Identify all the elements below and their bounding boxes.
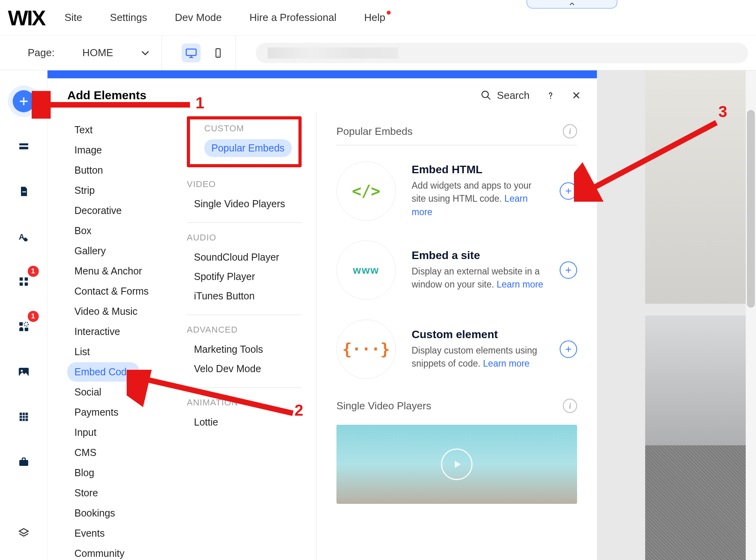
rail-cms-icon[interactable] xyxy=(13,406,35,428)
rail-section-icon[interactable] xyxy=(13,135,35,157)
section-popular-embeds-header: Popular Embeds i xyxy=(336,124,577,146)
sub-popular-embeds[interactable]: Popular Embeds xyxy=(204,139,292,157)
cat-social[interactable]: Social xyxy=(67,382,108,402)
annotation-arrow-2 xyxy=(127,370,301,421)
search-icon xyxy=(481,90,492,101)
device-switch xyxy=(174,36,236,70)
left-rail: A 1 1 xyxy=(0,70,47,560)
svg-line-21 xyxy=(139,378,293,413)
cat-image[interactable]: Image xyxy=(67,140,109,160)
sub-marketing[interactable]: Marketing Tools xyxy=(187,341,270,358)
search-label: Search xyxy=(497,89,530,102)
panel-search[interactable]: Search xyxy=(481,89,530,102)
page-toolbar: Page: HOME xyxy=(0,36,756,70)
code-icon: </> xyxy=(336,161,396,221)
nav-site[interactable]: Site xyxy=(65,11,82,24)
rail-business-icon[interactable]: 1 xyxy=(13,316,35,338)
annotation-2: 2 xyxy=(294,401,303,419)
annotation-3: 3 xyxy=(718,103,727,121)
cat-interactive[interactable]: Interactive xyxy=(67,322,127,341)
cat-box[interactable]: Box xyxy=(67,221,99,240)
cat-store[interactable]: Store xyxy=(67,483,105,503)
nav-help[interactable]: Help xyxy=(364,11,385,24)
business-badge: 1 xyxy=(28,311,39,322)
custom-element-row[interactable]: {···} Custom element Display custom elem… xyxy=(336,320,577,379)
rail-apps-icon[interactable]: 1 xyxy=(13,271,35,293)
svg-point-18 xyxy=(482,91,488,98)
group-custom-header: CUSTOM xyxy=(190,123,298,134)
desktop-view-button[interactable] xyxy=(182,44,201,62)
rail-pages-icon[interactable] xyxy=(13,180,35,202)
cat-list[interactable]: List xyxy=(67,342,97,361)
embed-html-row[interactable]: </> Embed HTML Add widgets and apps to y… xyxy=(336,161,577,221)
cat-bookings[interactable]: Bookings xyxy=(67,503,122,523)
page-select[interactable]: Page: HOME xyxy=(16,36,162,70)
cat-blog[interactable]: Blog xyxy=(67,463,101,482)
add-embed-site-button[interactable] xyxy=(560,261,577,279)
canvas-image-bottom xyxy=(645,316,756,560)
sub-single-video[interactable]: Single Video Players xyxy=(187,195,292,213)
cat-strip[interactable]: Strip xyxy=(67,181,102,200)
annotation-1: 1 xyxy=(196,94,204,112)
cat-button[interactable]: Button xyxy=(67,161,110,180)
learn-more-link[interactable]: Learn more xyxy=(497,279,543,289)
svg-point-15 xyxy=(21,370,23,372)
embed-site-row[interactable]: www Embed a site Display an external web… xyxy=(336,240,577,300)
svg-rect-4 xyxy=(19,147,28,149)
info-icon[interactable]: i xyxy=(563,399,577,413)
svg-rect-17 xyxy=(19,460,28,466)
panel-body: Text Image Button Strip Decorative Box G… xyxy=(47,112,597,560)
learn-more-link[interactable]: Learn more xyxy=(483,358,530,369)
nav-settings[interactable]: Settings xyxy=(110,11,147,24)
cat-video[interactable]: Video & Music xyxy=(67,302,144,321)
cat-decorative[interactable]: Decorative xyxy=(67,201,129,220)
panel-help-button[interactable] xyxy=(545,90,556,100)
svg-rect-8 xyxy=(25,278,28,281)
nav-hire[interactable]: Hire a Professional xyxy=(249,11,336,24)
address-blur xyxy=(268,47,398,59)
cat-input[interactable]: Input xyxy=(67,423,104,442)
svg-line-22 xyxy=(586,123,716,192)
sub-soundcloud[interactable]: SoundCloud Player xyxy=(187,248,286,266)
scrollbar[interactable] xyxy=(746,70,756,560)
svg-rect-7 xyxy=(19,278,23,281)
embed-desc: Add widgets and apps to your site using … xyxy=(412,179,544,219)
group-audio-header: AUDIO xyxy=(187,233,302,243)
embed-desc: Display an external website in a window … xyxy=(412,265,544,291)
section-title: Single Video Players xyxy=(336,400,431,412)
cat-events[interactable]: Events xyxy=(67,524,112,543)
sub-itunes[interactable]: iTunes Button xyxy=(187,287,262,305)
svg-rect-0 xyxy=(186,49,196,55)
sub-spotify[interactable]: Spotify Player xyxy=(187,268,262,286)
play-icon xyxy=(441,448,473,480)
rail-layers-icon[interactable] xyxy=(13,522,35,544)
cat-contact[interactable]: Contact & Forms xyxy=(67,282,156,301)
add-elements-panel: Add Elements Search Text Image Button xyxy=(47,78,597,560)
svg-rect-16 xyxy=(19,413,28,421)
cat-payments[interactable]: Payments xyxy=(67,403,125,422)
cat-text[interactable]: Text xyxy=(67,120,100,140)
annotation-arrow-3 xyxy=(574,115,724,202)
cat-community[interactable]: Community xyxy=(67,544,131,560)
section-title: Popular Embeds xyxy=(336,125,412,138)
cat-cms[interactable]: CMS xyxy=(67,443,104,462)
add-custom-element-button[interactable] xyxy=(560,341,577,358)
cat-menu[interactable]: Menu & Anchor xyxy=(67,261,149,281)
address-bar[interactable] xyxy=(256,43,748,63)
rail-media-icon[interactable] xyxy=(13,361,35,383)
mobile-view-button[interactable] xyxy=(209,44,228,62)
panel-close-button[interactable] xyxy=(572,91,581,100)
embed-title: Embed HTML xyxy=(412,163,544,176)
rail-briefcase-icon[interactable] xyxy=(13,451,35,473)
svg-rect-13 xyxy=(25,328,28,331)
apps-badge: 1 xyxy=(28,266,39,277)
rail-design-icon[interactable]: A xyxy=(13,225,35,248)
embed-desc: Display custom elements using snippets o… xyxy=(412,344,544,371)
www-icon: www xyxy=(336,240,396,300)
cat-gallery[interactable]: Gallery xyxy=(67,241,113,261)
nav-devmode[interactable]: Dev Mode xyxy=(175,11,222,24)
scrollbar-thumb[interactable] xyxy=(747,110,755,308)
chevron-down-icon xyxy=(141,49,150,57)
collapse-toolbar-button[interactable] xyxy=(526,0,617,9)
video-player-preview[interactable] xyxy=(336,425,577,504)
